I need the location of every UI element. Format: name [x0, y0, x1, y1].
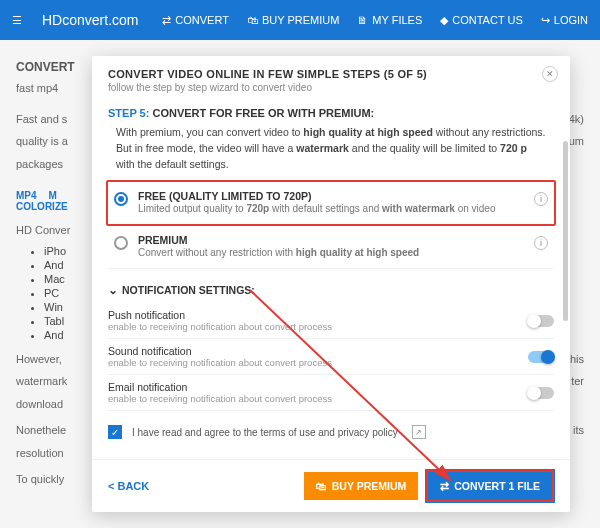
nav-contact[interactable]: ◆ CONTACT US: [440, 14, 523, 27]
modal-subtitle: follow the step by step wizard to conver…: [108, 82, 554, 93]
notif-push: Push notificationenable to receiving not…: [108, 303, 554, 339]
convert-modal: CONVERT VIDEO ONLINE IN FEW SIMPLE STEPS…: [92, 56, 570, 512]
nav-files[interactable]: 🗎 MY FILES: [357, 14, 422, 27]
radio-premium[interactable]: [114, 236, 128, 250]
info-icon[interactable]: i: [534, 192, 548, 206]
option-free[interactable]: FREE (QUALITY LIMITED TO 720P) Limited o…: [106, 180, 556, 226]
toggle-email[interactable]: [528, 387, 554, 399]
convert-file-button[interactable]: ⇄ CONVERT 1 FILE: [426, 470, 554, 502]
step-description: With premium, you can convert video to h…: [108, 125, 554, 180]
info-icon[interactable]: i: [534, 236, 548, 250]
toggle-push[interactable]: [528, 315, 554, 327]
agree-checkbox[interactable]: ✓: [108, 425, 122, 439]
hamburger-icon[interactable]: ☰: [12, 14, 30, 27]
option-premium[interactable]: PREMIUM Convert without any restriction …: [108, 226, 554, 269]
step-heading: STEP 5: CONVERT FOR FREE OR WITH PREMIUM…: [108, 107, 554, 119]
close-icon[interactable]: ✕: [542, 66, 558, 82]
toggle-sound[interactable]: [528, 351, 554, 363]
buy-premium-button[interactable]: 🛍 BUY PREMIUM: [304, 472, 418, 500]
back-button[interactable]: < BACK: [108, 480, 149, 492]
scrollbar[interactable]: [563, 141, 568, 321]
notif-sound: Sound notificationenable to receiving no…: [108, 339, 554, 375]
modal-title: CONVERT VIDEO ONLINE IN FEW SIMPLE STEPS…: [108, 68, 554, 80]
nav-convert[interactable]: ⇄ CONVERT: [162, 14, 229, 27]
notification-heading[interactable]: NOTIFICATION SETTINGS:: [108, 283, 554, 297]
nav-premium[interactable]: 🛍 BUY PREMIUM: [247, 14, 339, 27]
nav-login[interactable]: ↪ LOGIN: [541, 14, 588, 27]
brand-logo[interactable]: HDconvert.com: [42, 12, 138, 28]
agree-row: ✓ I have read and agree to the terms of …: [108, 425, 554, 439]
external-link-icon[interactable]: ↗: [412, 425, 426, 439]
radio-free[interactable]: [114, 192, 128, 206]
notif-email: Email notificationenable to receiving no…: [108, 375, 554, 411]
